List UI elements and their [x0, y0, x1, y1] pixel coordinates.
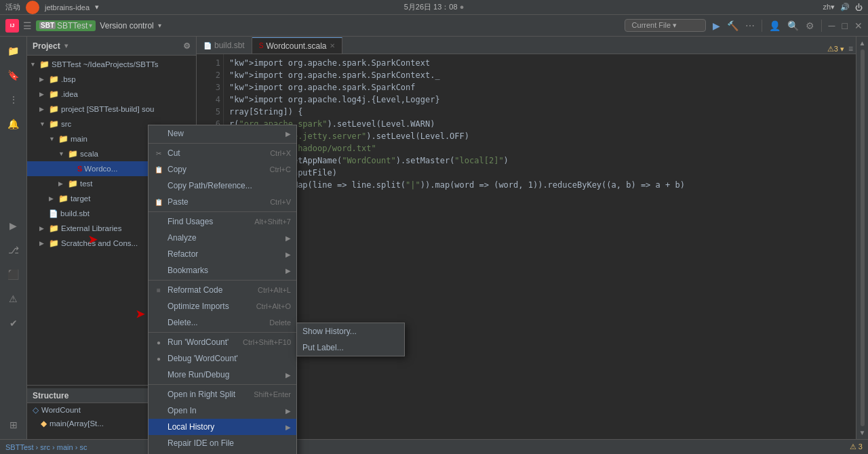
- local-history-submenu: Show History...Put Label...: [296, 323, 405, 356]
- dot-indicator: ●: [460, 3, 465, 11]
- menu-item-paste[interactable]: 📋PasteCtrl+V: [149, 194, 296, 210]
- line-number: 2: [197, 69, 220, 81]
- build-button[interactable]: 🔨: [727, 20, 738, 31]
- menu-item-copyPath[interactable]: Copy Path/Reference...: [149, 178, 296, 194]
- menu-item-reformatCode[interactable]: ≡Reformat CodeCtrl+Alt+L: [149, 282, 296, 298]
- menu-item-cut[interactable]: ✂CutCtrl+X: [149, 145, 296, 161]
- power-icon[interactable]: ⏻: [855, 3, 863, 12]
- menu-item-moreRunDebug[interactable]: More Run/Debug▶: [149, 367, 296, 383]
- menu-item-copy[interactable]: 📋CopyCtrl+C: [149, 161, 296, 178]
- code-line: r("org.apache.spark").setLevel(Level.WAR…: [229, 118, 850, 130]
- app-name: jetbrains-idea: [45, 3, 90, 12]
- sidebar-bookmarks-icon[interactable]: 🔖: [2, 64, 25, 87]
- account-icon[interactable]: 👤: [769, 20, 781, 31]
- code-line: "kw">import org.apache.log4j.{Level,Logg…: [229, 94, 850, 106]
- project-name[interactable]: SBTTest: [57, 21, 87, 30]
- tab-bar: 📄 build.sbt S Wordcount.scala ✕ ⚠3 ▾ ≡: [197, 37, 856, 54]
- project-chevron[interactable]: ▾: [89, 22, 92, 29]
- bottom-path: SBTTest › src › main › sc: [5, 443, 87, 451]
- app-chevron[interactable]: ▾: [95, 3, 99, 12]
- right-sidebar-scroll-down[interactable]: ▼: [859, 429, 866, 436]
- close-tab-wordcount[interactable]: ✕: [330, 42, 335, 49]
- tree-item[interactable]: ▶📁.idea: [27, 87, 196, 102]
- code-line: "kw">import org.apache.spark.SparkConf: [229, 81, 850, 94]
- sidebar-plugins-icon[interactable]: ⊞: [2, 413, 25, 436]
- menu-item-delete[interactable]: Delete...Delete: [149, 314, 296, 331]
- code-line: SparkConf().setAppName("WordCount").setM…: [229, 154, 850, 167]
- hamburger-menu[interactable]: ☰: [23, 20, 32, 31]
- code-area[interactable]: "kw">import org.apache.spark.SparkContex…: [224, 54, 856, 439]
- menu-separator: [149, 211, 296, 212]
- sidebar-todo-icon[interactable]: ✔: [2, 312, 25, 335]
- menu-item-new[interactable]: New▶: [149, 125, 296, 142]
- menu-item-bookmarks[interactable]: Bookmarks▶: [149, 262, 296, 278]
- sidebar-problems-icon[interactable]: ⚠: [2, 287, 25, 310]
- menu-separator: [149, 143, 296, 144]
- bottom-warning: ⚠ 3: [850, 442, 863, 451]
- submenu-item-showHistory[interactable]: Show History...: [297, 323, 404, 339]
- volume-icon[interactable]: 🔊: [840, 3, 850, 12]
- system-bar: 活动 jetbrains-idea ▾ 5月26日 13：08 ● zh▾ 🔊 …: [0, 0, 868, 15]
- editor-warning-badge: ⚠3 ▾: [827, 45, 844, 54]
- sidebar-run-icon[interactable]: ▶: [2, 214, 25, 237]
- activities-label: 活动: [5, 2, 20, 12]
- project-panel-header: Project ▾ ⚙: [27, 37, 196, 56]
- menu-separator: [149, 384, 296, 385]
- menu-item-optimizeImports[interactable]: Optimize ImportsCtrl+Alt+O: [149, 298, 296, 314]
- search-icon[interactable]: 🔍: [787, 20, 799, 31]
- line-number: 3: [197, 81, 220, 94]
- menu-item-openIn[interactable]: Open In▶: [149, 403, 296, 419]
- menu-item-findUsages[interactable]: Find UsagesAlt+Shift+7: [149, 213, 296, 230]
- project-panel-gear[interactable]: ⚙: [183, 41, 191, 51]
- maximize-button[interactable]: □: [842, 20, 848, 31]
- tab-wordcount-scala[interactable]: S Wordcount.scala ✕: [252, 37, 342, 54]
- left-sidebar: 📁 🔖 ⋮ 🔔 ▶ ⎇ ⬛ ⚠ ✔ ⊞: [0, 37, 27, 439]
- lang-indicator[interactable]: zh▾: [823, 3, 835, 12]
- right-sidebar-scroll[interactable]: ▲: [859, 39, 866, 47]
- line-number: 4: [197, 94, 220, 106]
- code-line: rray[String]) {: [229, 106, 850, 118]
- settings-icon[interactable]: ⚙: [806, 20, 814, 31]
- context-menu: New▶✂CutCtrl+X📋CopyCtrl+CCopy Path/Refer…: [148, 125, 297, 454]
- menu-item-refactor[interactable]: Refactor▶: [149, 246, 296, 262]
- minimize-button[interactable]: ─: [829, 20, 835, 31]
- menu-item-repairIDEOnFile[interactable]: Repair IDE on File: [149, 435, 296, 451]
- structure-title: Structure: [33, 391, 68, 400]
- vcs-label[interactable]: Version control: [100, 21, 153, 30]
- menu-item-localHistory[interactable]: Local History▶: [149, 419, 296, 435]
- run-button[interactable]: ▶: [713, 20, 720, 31]
- datetime: 5月26日 13：08: [404, 3, 458, 11]
- menu-item-runWordCount[interactable]: ●Run 'WordCount'Ctrl+Shift+F10: [149, 334, 296, 350]
- code-line: "kw">import org.apache.spark.SparkContex…: [229, 69, 850, 81]
- project-title: Project: [33, 41, 60, 51]
- collapse-editor-icon[interactable]: ≡: [848, 44, 853, 54]
- code-line: textFile.flatMap(line => line.split("|")…: [229, 179, 850, 191]
- ide-logo: IJ: [5, 19, 19, 33]
- menu-item-debugWordCount[interactable]: ●Debug 'WordCount': [149, 350, 296, 367]
- tree-item[interactable]: ▶📁project [SBTTest-build] sou: [27, 102, 196, 117]
- right-sidebar: ▲ ▼: [856, 37, 868, 439]
- code-line: r("org.eclipse.jetty.server").setLevel(L…: [229, 130, 850, 142]
- submenu-item-putLabel[interactable]: Put Label...: [297, 339, 404, 356]
- code-line: sc.textFile(inputFile): [229, 167, 850, 179]
- tree-item[interactable]: ▶📁.bsp: [27, 72, 196, 87]
- menu-item-analyze[interactable]: Analyze▶: [149, 230, 296, 246]
- menu-separator: [149, 280, 296, 281]
- line-number: 1: [197, 57, 220, 69]
- vcs-chevron[interactable]: ▾: [158, 22, 161, 29]
- code-line: "kw">import org.apache.spark.SparkContex…: [229, 57, 850, 69]
- tree-item[interactable]: ▼📁SBTTest ~/IdeaProjects/SBTTs: [27, 57, 196, 72]
- tab-build-sbt[interactable]: 📄 build.sbt: [197, 37, 252, 54]
- sidebar-git-icon[interactable]: ⎇: [2, 239, 25, 262]
- current-file-selector[interactable]: Current File ▾: [625, 19, 706, 32]
- sidebar-project-icon[interactable]: 📁: [2, 39, 25, 62]
- title-bar: IJ ☰ SBT SBTTest ▾ Version control ▾ Cur…: [0, 15, 868, 37]
- menu-item-openInRightSplit[interactable]: Open in Right SplitShift+Enter: [149, 386, 296, 403]
- close-button[interactable]: ✕: [854, 20, 863, 31]
- menu-item-reloadFromDisk[interactable]: ↻Reload from Disk: [149, 451, 296, 454]
- sidebar-structure-icon[interactable]: ⋮: [2, 88, 25, 111]
- sidebar-notifications-icon[interactable]: 🔔: [2, 112, 25, 136]
- project-title-chevron[interactable]: ▾: [64, 42, 68, 49]
- more-actions[interactable]: ⋯: [745, 20, 755, 31]
- sidebar-terminal-icon[interactable]: ⬛: [2, 263, 25, 286]
